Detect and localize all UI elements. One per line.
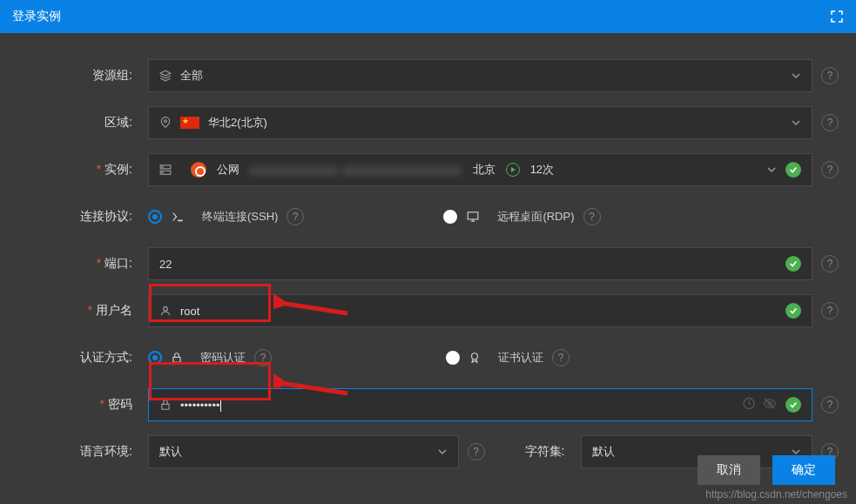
chevron-down-icon xyxy=(791,71,801,81)
help-icon[interactable]: ? xyxy=(821,114,839,131)
form-body: 资源组: 全部 ? 区域: xyxy=(0,33,856,500)
radio-icon xyxy=(446,351,460,365)
user-icon xyxy=(159,305,172,317)
password-value: •••••••••• xyxy=(180,399,220,412)
svg-rect-5 xyxy=(468,212,479,219)
dialog-titlebar: 登录实例 xyxy=(0,0,856,33)
label-charset: 字符集: xyxy=(502,444,581,460)
svg-rect-7 xyxy=(173,357,180,362)
radio-password-auth[interactable]: 密码认证 ? xyxy=(148,349,272,366)
svg-point-0 xyxy=(165,120,167,123)
resource-group-select[interactable]: 全部 xyxy=(148,59,812,92)
check-icon xyxy=(785,303,801,319)
location-icon xyxy=(159,117,172,129)
chevron-down-icon xyxy=(766,165,777,175)
charset-value: 默认 xyxy=(592,444,615,460)
radio-icon xyxy=(443,210,457,224)
cert-auth-label: 证书认证 xyxy=(498,350,543,366)
help-icon[interactable]: ? xyxy=(552,349,570,366)
username-value: root xyxy=(180,305,199,318)
locale-value: 默认 xyxy=(159,444,182,460)
instance-count: 12次 xyxy=(530,162,554,178)
certificate-icon xyxy=(468,352,481,364)
label-auth-method: 认证方式: xyxy=(17,350,148,366)
help-icon[interactable]: ? xyxy=(286,208,304,225)
port-input[interactable]: 22 xyxy=(148,247,812,280)
china-flag-icon xyxy=(180,117,199,129)
radio-ssh[interactable]: 终端连接(SSH) ? xyxy=(148,208,304,225)
help-icon[interactable]: ? xyxy=(821,161,839,178)
label-resource-group: 资源组: xyxy=(17,68,148,84)
server-icon xyxy=(159,164,172,176)
stack-icon xyxy=(159,70,172,82)
help-icon[interactable]: ? xyxy=(821,302,839,319)
label-port: *端口: xyxy=(17,256,148,272)
label-region: 区域: xyxy=(17,115,148,131)
instance-select[interactable]: 公网 xxxxxxxxxxxx xxxxxxxxxxxxxxxx 北京 12次 xyxy=(148,153,812,186)
dialog-title: 登录实例 xyxy=(12,9,61,24)
eye-off-icon[interactable] xyxy=(763,397,777,413)
fullscreen-icon[interactable] xyxy=(830,10,844,24)
terminal-icon xyxy=(171,211,185,223)
help-icon[interactable]: ? xyxy=(583,208,601,225)
cancel-button[interactable]: 取消 xyxy=(698,455,760,485)
help-icon[interactable]: ? xyxy=(468,443,485,460)
radio-rdp[interactable]: 远程桌面(RDP) ? xyxy=(443,208,600,225)
check-icon xyxy=(785,397,801,413)
username-input[interactable]: root xyxy=(148,294,812,327)
monitor-icon xyxy=(466,211,480,223)
rdp-label: 远程桌面(RDP) xyxy=(497,209,574,225)
lock-icon xyxy=(159,399,172,411)
svg-point-8 xyxy=(472,353,478,360)
ubuntu-icon xyxy=(191,162,206,178)
svg-point-3 xyxy=(162,166,163,167)
svg-rect-9 xyxy=(162,404,169,409)
ssh-label: 终端连接(SSH) xyxy=(202,209,278,225)
watermark-text: https://blog.csdn.net/chengoes xyxy=(705,488,847,501)
text-cursor xyxy=(220,398,221,412)
history-icon[interactable] xyxy=(742,397,756,413)
region-select[interactable]: 华北2(北京) xyxy=(148,106,812,139)
radio-cert-auth[interactable]: 证书认证 ? xyxy=(446,349,570,366)
login-instance-dialog: 登录实例 资源组: 全部 xyxy=(0,0,856,504)
label-password: *密码 xyxy=(17,397,148,413)
radio-icon xyxy=(148,210,162,224)
help-icon[interactable]: ? xyxy=(821,255,839,272)
label-username: *用户名 xyxy=(17,303,148,319)
help-icon[interactable]: ? xyxy=(821,67,839,84)
play-icon xyxy=(506,163,520,177)
check-icon xyxy=(785,256,801,272)
dialog-footer: 取消 确定 xyxy=(698,455,835,485)
confirm-button[interactable]: 确定 xyxy=(772,455,835,485)
svg-point-4 xyxy=(162,172,163,173)
help-icon[interactable]: ? xyxy=(254,349,272,366)
help-icon[interactable]: ? xyxy=(821,396,839,413)
lock-icon xyxy=(171,352,183,364)
instance-network: 公网 xyxy=(217,162,239,178)
port-value: 22 xyxy=(159,258,172,271)
label-instance: *实例: xyxy=(17,162,148,178)
label-locale: 语言环境: xyxy=(17,444,148,460)
instance-ip-blurred: xxxxxxxxxxxx xxxxxxxxxxxxxxxx xyxy=(250,164,462,177)
radio-icon xyxy=(148,351,162,365)
svg-point-6 xyxy=(164,306,168,311)
chevron-down-icon xyxy=(437,447,448,457)
label-protocol: 连接协议: xyxy=(17,209,148,225)
instance-region: 北京 xyxy=(473,162,495,178)
resource-group-value: 全部 xyxy=(180,68,203,84)
region-value: 华北2(北京) xyxy=(208,115,267,131)
password-input[interactable]: •••••••••• xyxy=(148,388,812,421)
chevron-down-icon xyxy=(791,118,801,128)
check-icon xyxy=(785,162,801,178)
password-auth-label: 密码认证 xyxy=(200,350,246,366)
locale-select[interactable]: 默认 xyxy=(148,435,459,468)
